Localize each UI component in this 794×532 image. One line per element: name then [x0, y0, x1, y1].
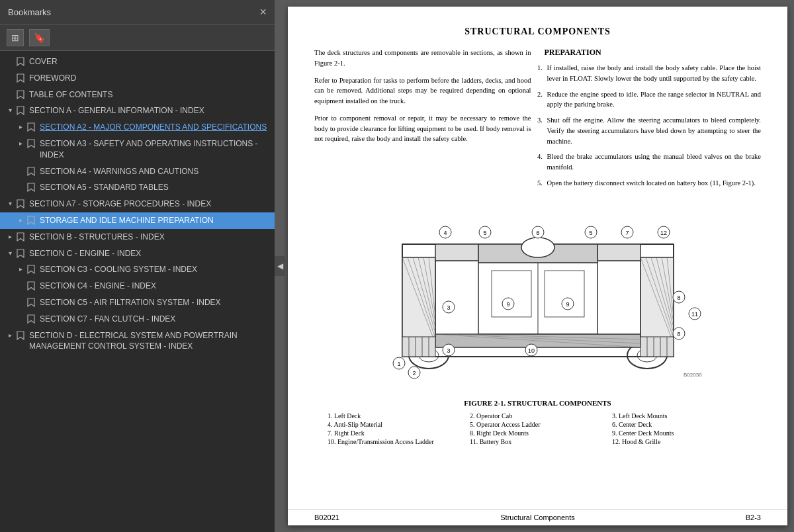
prep-title: PREPARATION — [545, 48, 762, 58]
figure-legend: 1. Left Deck2. Operator Cab3. Left Deck … — [314, 412, 761, 445]
bookmark-icon-storage-idle — [26, 216, 36, 225]
legend-item-5: 5. Operator Access Ladder — [470, 421, 605, 428]
expand-icon-section-a3[interactable] — [16, 139, 25, 148]
expand-icon-section-a7[interactable] — [5, 199, 15, 208]
collapse-sidebar-button[interactable]: ◀ — [275, 256, 285, 276]
left-para-2: Refer to Preparation for tasks to perfor… — [314, 75, 531, 107]
legend-item-8: 8. Right Deck Mounts — [470, 429, 605, 437]
bookmark-item-section-c7[interactable]: SECTION C7 - FAN CLUTCH - INDEX — [0, 311, 275, 328]
svg-text:10: 10 — [527, 347, 534, 354]
bookmark-item-section-a2[interactable]: SECTION A2 - MAJOR COMPONENTS AND SPECIF… — [0, 119, 275, 136]
svg-text:9: 9 — [506, 301, 509, 308]
legend-item-2: 2. Operator Cab — [470, 412, 605, 420]
expand-icon-section-c[interactable] — [5, 249, 15, 258]
bookmark-icon-section-a3 — [26, 139, 36, 148]
document-title: STRUCTURAL COMPONENTS — [314, 26, 761, 37]
bookmark-label-section-a4: SECTION A4 - WARNINGS AND CAUTIONS — [40, 166, 269, 177]
bookmark-icon-foreword — [16, 73, 25, 83]
expand-icon-section-a2[interactable] — [16, 122, 25, 132]
legend-item-10: 10. Engine/Transmission Access Ladder — [328, 438, 463, 445]
bookmark-item-section-a7[interactable]: SECTION A7 - STORAGE PROCEDURES - INDEX — [0, 196, 275, 212]
svg-rect-37 — [640, 337, 674, 357]
close-button[interactable]: × — [259, 5, 267, 19]
sidebar-header: Bookmarks × — [0, 0, 275, 25]
bookmark-label-section-c7: SECTION C7 - FAN CLUTCH - INDEX — [40, 314, 269, 325]
legend-item-7: 7. Right Deck — [328, 429, 463, 437]
svg-text:8: 8 — [677, 331, 680, 337]
grid-view-button[interactable]: ⊞ — [7, 29, 24, 46]
prep-step-3: Shut off the engine. Allow the steering … — [545, 115, 762, 146]
bookmark-label-section-a7: SECTION A7 - STORAGE PROCEDURES - INDEX — [29, 199, 269, 210]
svg-rect-21 — [597, 244, 640, 261]
legend-item-11: 11. Battery Box — [470, 438, 605, 445]
svg-point-23 — [521, 238, 554, 257]
svg-text:5: 5 — [483, 230, 486, 236]
svg-text:5: 5 — [589, 230, 592, 236]
right-column: PREPARATION If installed, raise the body… — [545, 48, 762, 194]
bookmark-item-section-c3[interactable]: SECTION C3 - COOLING SYSTEM - INDEX — [0, 261, 275, 278]
bookmark-item-section-a[interactable]: SECTION A - GENERAL INFORMATION - INDEX — [0, 103, 275, 119]
svg-text:3: 3 — [447, 304, 450, 311]
bookmark-label-section-d: SECTION D - ELECTRICAL SYSTEM AND POWERT… — [29, 330, 269, 353]
expand-icon-section-d[interactable] — [5, 331, 15, 340]
bookmark-label-section-a2: SECTION A2 - MAJOR COMPONENTS AND SPECIF… — [40, 122, 269, 133]
bookmark-label-section-c5: SECTION C5 - AIR FILTRATION SYSTEM - IND… — [40, 297, 269, 308]
legend-item-3: 3. Left Deck Mounts — [612, 412, 748, 420]
svg-text:2: 2 — [412, 370, 416, 377]
bookmark-list[interactable]: COVERFOREWORDTABLE OF CONTENTSSECTION A … — [0, 51, 275, 532]
bookmark-icon-section-a2 — [26, 122, 36, 132]
bookmark-item-section-d[interactable]: SECTION D - ELECTRICAL SYSTEM AND POWERT… — [0, 328, 275, 355]
prep-step-1: If installed, raise the body and install… — [545, 63, 762, 84]
bookmark-label-foreword: FOREWORD — [29, 73, 269, 84]
prep-step-5: Open the battery disconnect switch locat… — [545, 178, 762, 189]
bookmark-icon-section-c5 — [26, 298, 36, 307]
bookmark-item-section-c4[interactable]: SECTION C4 - ENGINE - INDEX — [0, 278, 275, 294]
legend-item-6: 6. Center Deck — [612, 421, 748, 428]
svg-rect-32 — [402, 337, 435, 357]
page-content: STRUCTURAL COMPONENTS The deck structure… — [288, 7, 787, 509]
bookmark-icon-toc — [16, 90, 25, 99]
svg-text:11: 11 — [691, 311, 697, 318]
svg-text:6: 6 — [536, 230, 539, 236]
bookmark-label-section-a5: SECTION A5 - STANDARD TABLES — [40, 182, 269, 193]
bookmark-item-section-c5[interactable]: SECTION C5 - AIR FILTRATION SYSTEM - IND… — [0, 294, 275, 311]
expand-icon-section-c3[interactable] — [16, 265, 25, 274]
bookmark-item-cover[interactable]: COVER — [0, 54, 275, 70]
bookmark-item-section-b[interactable]: SECTION B - STRUCTURES - INDEX — [0, 229, 275, 245]
bookmark-item-section-a5[interactable]: SECTION A5 - STANDARD TABLES — [0, 179, 275, 196]
bookmark-label-section-c3: SECTION C3 - COOLING SYSTEM - INDEX — [40, 264, 269, 275]
bookmark-item-foreword[interactable]: FOREWORD — [0, 70, 275, 87]
bookmark-item-toc[interactable]: TABLE OF CONTENTS — [0, 87, 275, 103]
expand-icon-storage-idle[interactable] — [16, 216, 25, 225]
document-page: STRUCTURAL COMPONENTS The deck structure… — [288, 7, 787, 525]
legend-item-12: 12. Hood & Grille — [612, 438, 748, 445]
bookmark-icon-section-a4 — [26, 167, 36, 176]
bookmark-icon-section-d — [16, 331, 25, 340]
svg-text:4: 4 — [443, 230, 447, 236]
figure-caption: FIGURE 2-1. STRUCTURAL COMPONENTS — [314, 399, 761, 407]
bookmark-label-storage-idle: STORAGE AND IDLE MACHINE PREPARATION — [40, 215, 269, 226]
bookmark-icon-section-c7 — [26, 314, 36, 324]
bookmark-item-section-c[interactable]: SECTION C - ENGINE - INDEX — [0, 245, 275, 262]
left-column-text: The deck structures and components are r… — [314, 48, 531, 194]
bookmark-item-section-a3[interactable]: SECTION A3 - SAFETY AND OPERATING INSTRU… — [0, 136, 275, 163]
bookmark-label-section-c4: SECTION C4 - ENGINE - INDEX — [40, 281, 269, 292]
prep-list: If installed, raise the body and install… — [545, 63, 762, 189]
expand-icon-section-b[interactable] — [5, 232, 15, 242]
bookmark-icon-section-c — [16, 249, 25, 258]
expand-icon-section-a[interactable] — [5, 106, 15, 115]
footer-left: B02021 — [314, 513, 463, 521]
bookmark-label-section-b: SECTION B - STRUCTURES - INDEX — [29, 232, 269, 243]
svg-text:9: 9 — [566, 301, 569, 308]
svg-text:7: 7 — [625, 230, 629, 236]
legend-item-1: 1. Left Deck — [328, 412, 463, 420]
bookmark-icon-cover — [16, 57, 25, 66]
bookmark-icon-section-a7 — [16, 199, 25, 208]
bookmark-view-button[interactable]: 🔖 — [29, 29, 50, 46]
bookmark-icon-section-c4 — [26, 281, 36, 290]
bookmark-item-storage-idle[interactable]: STORAGE AND IDLE MACHINE PREPARATION — [0, 212, 275, 229]
legend-item-9: 9. Center Deck Mounts — [612, 429, 748, 437]
bookmark-item-section-a4[interactable]: SECTION A4 - WARNINGS AND CAUTIONS — [0, 163, 275, 180]
bookmark-icon-section-a5 — [26, 183, 36, 192]
svg-text:8: 8 — [677, 294, 680, 301]
